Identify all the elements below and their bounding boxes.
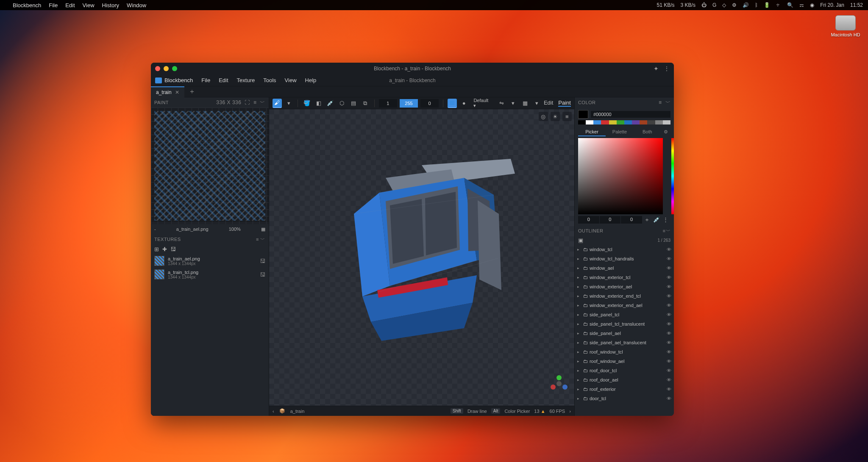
outliner-node[interactable]: ▸🗀side_panel_tcl_translucent👁 bbox=[575, 319, 674, 329]
picker-tool[interactable]: 💉 bbox=[326, 99, 335, 108]
outliner-node[interactable]: ▸🗀window_ael👁 bbox=[575, 263, 674, 273]
save-icon[interactable]: 🖫 bbox=[260, 258, 265, 264]
outliner-node[interactable]: ▸🗀roof_window_ael👁 bbox=[575, 357, 674, 366]
chevron-right-icon[interactable]: ▸ bbox=[577, 322, 581, 326]
import-texture-icon[interactable]: ⊞ bbox=[154, 246, 159, 252]
visibility-icon[interactable]: 👁 bbox=[667, 275, 671, 280]
add-color-button[interactable]: ＋ bbox=[643, 216, 652, 224]
mode-paint[interactable]: Paint bbox=[558, 100, 571, 107]
palette-swatch[interactable] bbox=[624, 120, 632, 124]
fullscreen-icon[interactable]: ⛶ bbox=[245, 100, 250, 105]
bluetooth-icon[interactable]: ᛒ bbox=[755, 2, 758, 8]
options-icon[interactable]: ≡ bbox=[256, 237, 259, 242]
palette-swatch[interactable] bbox=[647, 120, 655, 124]
chevron-right-icon[interactable]: ▸ bbox=[577, 387, 581, 391]
chevron-right-icon[interactable]: ▸ bbox=[577, 275, 581, 279]
battery-icon[interactable]: 🔋 bbox=[764, 2, 770, 8]
close-tab-icon[interactable]: ✕ bbox=[175, 89, 179, 95]
shape-tool[interactable]: ⬡ bbox=[337, 99, 347, 108]
tab-both[interactable]: Both bbox=[634, 127, 661, 136]
copy-paste-tool[interactable]: ⧉ bbox=[361, 99, 370, 108]
menu-file[interactable]: File bbox=[198, 76, 214, 85]
visibility-icon[interactable]: 👁 bbox=[667, 284, 671, 289]
add-tab-button[interactable]: ＋ bbox=[184, 87, 200, 96]
palette-swatch[interactable] bbox=[601, 120, 609, 124]
menu-history[interactable]: History bbox=[102, 2, 119, 8]
chevron-right-icon[interactable]: ▸ bbox=[577, 294, 581, 298]
outliner-node[interactable]: ▸🗀window_tcl👁 bbox=[575, 245, 674, 254]
gradient-tool[interactable]: ▤ bbox=[349, 99, 359, 108]
clock-time[interactable]: 11:52 bbox=[850, 2, 863, 8]
brush-shape-circle[interactable]: ● bbox=[459, 99, 469, 108]
save-icon[interactable]: 🖫 bbox=[260, 271, 265, 278]
visibility-icon[interactable]: 👁 bbox=[667, 266, 671, 271]
maximize-button[interactable] bbox=[172, 66, 177, 71]
texture-item[interactable]: a_train_tcl.png 1344 x 1344px 🖫 bbox=[151, 268, 269, 281]
options-icon[interactable]: ≡ bbox=[659, 100, 662, 105]
plugin-icon[interactable]: ✦ bbox=[654, 65, 659, 72]
menu-edit[interactable]: Edit bbox=[65, 2, 75, 8]
status-icon[interactable]: ⚙ bbox=[732, 2, 737, 8]
gear-icon[interactable]: ⚙ bbox=[661, 127, 670, 136]
visibility-icon[interactable]: 👁 bbox=[667, 387, 671, 392]
mode-edit[interactable]: Edit bbox=[544, 100, 553, 107]
palette-swatch[interactable] bbox=[586, 120, 593, 124]
fill-tool[interactable]: 🪣 bbox=[302, 99, 312, 108]
menu-tools[interactable]: Tools bbox=[260, 76, 279, 85]
clock-date[interactable]: Fri 20. Jan bbox=[820, 2, 844, 8]
chevron-right-icon[interactable]: ▸ bbox=[577, 350, 581, 354]
visibility-icon[interactable]: 👁 bbox=[667, 256, 671, 261]
palette-swatch[interactable] bbox=[663, 120, 670, 124]
pixel-grid-icon[interactable]: ▦ bbox=[520, 99, 530, 108]
visibility-icon[interactable]: 👁 bbox=[667, 349, 671, 354]
minimize-button[interactable] bbox=[164, 66, 169, 71]
outliner-node[interactable]: ▸🗀side_panel_ael👁 bbox=[575, 329, 674, 338]
hex-input[interactable]: #000000 bbox=[591, 111, 670, 118]
project-tab[interactable]: a_train ✕ bbox=[151, 86, 184, 97]
control-center-icon[interactable]: ⚎ bbox=[799, 2, 804, 8]
outliner-node[interactable]: ▸🗀side_panel_ael_translucent👁 bbox=[575, 338, 674, 347]
outliner-node[interactable]: ▸🗀roof_door_tcl👁 bbox=[575, 366, 674, 375]
app-name[interactable]: Blockbench bbox=[13, 2, 41, 8]
uv-file[interactable]: a_train_ael.png bbox=[176, 227, 209, 232]
shading-icon[interactable]: ☀ bbox=[551, 112, 560, 121]
visibility-icon[interactable]: 👁 bbox=[667, 293, 671, 299]
options-icon[interactable]: ≡ bbox=[253, 100, 257, 105]
color-palette[interactable] bbox=[578, 120, 670, 124]
create-texture-icon[interactable]: ✚ bbox=[162, 246, 167, 252]
visibility-icon[interactable]: 👁 bbox=[667, 359, 671, 364]
saturation-value-picker[interactable] bbox=[578, 138, 663, 214]
hue-slider[interactable] bbox=[671, 138, 674, 214]
desktop-drive[interactable]: Macintosh HD bbox=[831, 15, 860, 37]
chevron-right-icon[interactable]: ▸ bbox=[577, 359, 581, 363]
chevron-down-icon[interactable]: ﹀ bbox=[665, 99, 671, 106]
outliner-node[interactable]: ▸🗀window_tcl_handrails👁 bbox=[575, 254, 674, 263]
window-titlebar[interactable]: Blockbench - a_train - Blockbench ✦ ⋮ bbox=[151, 63, 674, 75]
visibility-icon[interactable]: 👁 bbox=[667, 396, 671, 401]
mirror-tool[interactable]: ⇋ bbox=[497, 99, 506, 108]
menu-help[interactable]: Help bbox=[302, 76, 320, 85]
chevron-down-icon[interactable]: ﹀ bbox=[260, 237, 265, 242]
status-icon[interactable]: ◇ bbox=[722, 2, 726, 8]
status-icon[interactable]: G bbox=[712, 2, 716, 8]
save-textures-icon[interactable]: 🖫 bbox=[170, 246, 176, 252]
outliner-node[interactable]: ▸🗀window_exterior_end_tcl👁 bbox=[575, 291, 674, 301]
palette-swatch[interactable] bbox=[655, 120, 663, 124]
volume-icon[interactable]: 🔊 bbox=[743, 2, 749, 8]
eraser-tool[interactable]: ◧ bbox=[314, 99, 323, 108]
brush-opacity-input[interactable]: 255 bbox=[400, 99, 418, 108]
green-input[interactable]: 0 bbox=[600, 216, 621, 224]
uv-zoom[interactable]: 100% bbox=[229, 227, 241, 232]
red-input[interactable]: 0 bbox=[578, 216, 600, 224]
brush-shape-square[interactable] bbox=[448, 99, 457, 108]
chevron-down-icon[interactable]: ▾ bbox=[532, 99, 541, 108]
chevron-right-icon[interactable]: ▸ bbox=[577, 285, 581, 289]
lock-alpha-icon[interactable]: ▾ bbox=[509, 99, 518, 108]
menu-edit[interactable]: Edit bbox=[215, 76, 231, 85]
app-logo[interactable]: Blockbench bbox=[155, 77, 193, 83]
chevron-right-icon[interactable]: ▸ bbox=[577, 396, 581, 401]
visibility-icon[interactable]: 👁 bbox=[667, 312, 671, 317]
menu-texture[interactable]: Texture bbox=[234, 76, 259, 85]
visibility-icon[interactable]: 👁 bbox=[667, 247, 671, 252]
chevron-right-icon[interactable]: ▸ bbox=[577, 331, 581, 335]
